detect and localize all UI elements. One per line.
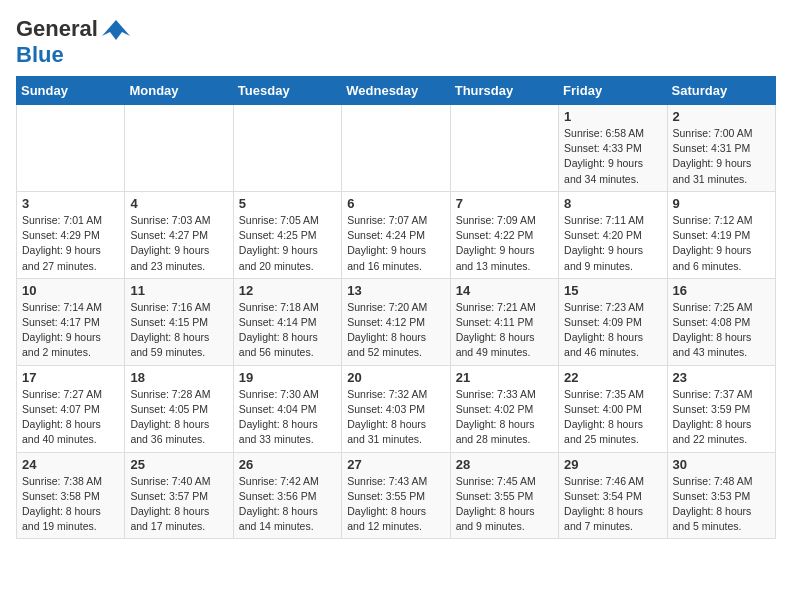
day-info: Sunrise: 7:00 AMSunset: 4:31 PMDaylight:… xyxy=(673,126,770,187)
day-info: Sunrise: 7:45 AMSunset: 3:55 PMDaylight:… xyxy=(456,474,553,535)
calendar-cell: 27Sunrise: 7:43 AMSunset: 3:55 PMDayligh… xyxy=(342,452,450,539)
day-number: 17 xyxy=(22,370,119,385)
calendar-cell: 23Sunrise: 7:37 AMSunset: 3:59 PMDayligh… xyxy=(667,365,775,452)
day-info: Sunrise: 7:25 AMSunset: 4:08 PMDaylight:… xyxy=(673,300,770,361)
calendar-cell: 13Sunrise: 7:20 AMSunset: 4:12 PMDayligh… xyxy=(342,278,450,365)
day-info: Sunrise: 7:40 AMSunset: 3:57 PMDaylight:… xyxy=(130,474,227,535)
day-info: Sunrise: 7:03 AMSunset: 4:27 PMDaylight:… xyxy=(130,213,227,274)
day-info: Sunrise: 7:37 AMSunset: 3:59 PMDaylight:… xyxy=(673,387,770,448)
day-number: 20 xyxy=(347,370,444,385)
day-number: 14 xyxy=(456,283,553,298)
day-number: 22 xyxy=(564,370,661,385)
calendar-cell: 5Sunrise: 7:05 AMSunset: 4:25 PMDaylight… xyxy=(233,191,341,278)
calendar-week-row: 10Sunrise: 7:14 AMSunset: 4:17 PMDayligh… xyxy=(17,278,776,365)
day-info: Sunrise: 7:30 AMSunset: 4:04 PMDaylight:… xyxy=(239,387,336,448)
calendar-cell: 12Sunrise: 7:18 AMSunset: 4:14 PMDayligh… xyxy=(233,278,341,365)
day-info: Sunrise: 7:38 AMSunset: 3:58 PMDaylight:… xyxy=(22,474,119,535)
calendar-cell xyxy=(450,105,558,192)
calendar-cell: 26Sunrise: 7:42 AMSunset: 3:56 PMDayligh… xyxy=(233,452,341,539)
day-number: 1 xyxy=(564,109,661,124)
day-number: 3 xyxy=(22,196,119,211)
calendar-cell: 28Sunrise: 7:45 AMSunset: 3:55 PMDayligh… xyxy=(450,452,558,539)
day-number: 27 xyxy=(347,457,444,472)
day-info: Sunrise: 7:27 AMSunset: 4:07 PMDaylight:… xyxy=(22,387,119,448)
calendar-cell: 17Sunrise: 7:27 AMSunset: 4:07 PMDayligh… xyxy=(17,365,125,452)
calendar-cell: 29Sunrise: 7:46 AMSunset: 3:54 PMDayligh… xyxy=(559,452,667,539)
svg-marker-0 xyxy=(102,20,130,40)
day-info: Sunrise: 6:58 AMSunset: 4:33 PMDaylight:… xyxy=(564,126,661,187)
day-number: 8 xyxy=(564,196,661,211)
calendar-cell: 30Sunrise: 7:48 AMSunset: 3:53 PMDayligh… xyxy=(667,452,775,539)
calendar-cell: 4Sunrise: 7:03 AMSunset: 4:27 PMDaylight… xyxy=(125,191,233,278)
day-number: 25 xyxy=(130,457,227,472)
day-info: Sunrise: 7:01 AMSunset: 4:29 PMDaylight:… xyxy=(22,213,119,274)
day-number: 4 xyxy=(130,196,227,211)
day-info: Sunrise: 7:16 AMSunset: 4:15 PMDaylight:… xyxy=(130,300,227,361)
calendar-cell: 9Sunrise: 7:12 AMSunset: 4:19 PMDaylight… xyxy=(667,191,775,278)
calendar-cell: 24Sunrise: 7:38 AMSunset: 3:58 PMDayligh… xyxy=(17,452,125,539)
day-info: Sunrise: 7:11 AMSunset: 4:20 PMDaylight:… xyxy=(564,213,661,274)
calendar-cell: 11Sunrise: 7:16 AMSunset: 4:15 PMDayligh… xyxy=(125,278,233,365)
calendar-cell: 16Sunrise: 7:25 AMSunset: 4:08 PMDayligh… xyxy=(667,278,775,365)
day-info: Sunrise: 7:09 AMSunset: 4:22 PMDaylight:… xyxy=(456,213,553,274)
calendar-cell: 7Sunrise: 7:09 AMSunset: 4:22 PMDaylight… xyxy=(450,191,558,278)
calendar-header-row: SundayMondayTuesdayWednesdayThursdayFrid… xyxy=(17,77,776,105)
calendar-cell: 3Sunrise: 7:01 AMSunset: 4:29 PMDaylight… xyxy=(17,191,125,278)
col-header-tuesday: Tuesday xyxy=(233,77,341,105)
day-info: Sunrise: 7:32 AMSunset: 4:03 PMDaylight:… xyxy=(347,387,444,448)
calendar-cell: 6Sunrise: 7:07 AMSunset: 4:24 PMDaylight… xyxy=(342,191,450,278)
day-info: Sunrise: 7:23 AMSunset: 4:09 PMDaylight:… xyxy=(564,300,661,361)
day-number: 16 xyxy=(673,283,770,298)
logo-blue-text: Blue xyxy=(16,42,64,67)
calendar-week-row: 3Sunrise: 7:01 AMSunset: 4:29 PMDaylight… xyxy=(17,191,776,278)
calendar-cell: 21Sunrise: 7:33 AMSunset: 4:02 PMDayligh… xyxy=(450,365,558,452)
day-info: Sunrise: 7:20 AMSunset: 4:12 PMDaylight:… xyxy=(347,300,444,361)
logo: General Blue xyxy=(16,16,130,68)
day-number: 6 xyxy=(347,196,444,211)
day-number: 12 xyxy=(239,283,336,298)
day-info: Sunrise: 7:07 AMSunset: 4:24 PMDaylight:… xyxy=(347,213,444,274)
day-info: Sunrise: 7:12 AMSunset: 4:19 PMDaylight:… xyxy=(673,213,770,274)
day-info: Sunrise: 7:05 AMSunset: 4:25 PMDaylight:… xyxy=(239,213,336,274)
calendar-cell: 2Sunrise: 7:00 AMSunset: 4:31 PMDaylight… xyxy=(667,105,775,192)
calendar-cell: 25Sunrise: 7:40 AMSunset: 3:57 PMDayligh… xyxy=(125,452,233,539)
day-number: 10 xyxy=(22,283,119,298)
day-number: 7 xyxy=(456,196,553,211)
day-number: 24 xyxy=(22,457,119,472)
day-number: 26 xyxy=(239,457,336,472)
day-info: Sunrise: 7:28 AMSunset: 4:05 PMDaylight:… xyxy=(130,387,227,448)
day-number: 15 xyxy=(564,283,661,298)
calendar-table: SundayMondayTuesdayWednesdayThursdayFrid… xyxy=(16,76,776,539)
day-info: Sunrise: 7:46 AMSunset: 3:54 PMDaylight:… xyxy=(564,474,661,535)
calendar-week-row: 24Sunrise: 7:38 AMSunset: 3:58 PMDayligh… xyxy=(17,452,776,539)
logo-bird-icon xyxy=(102,18,130,40)
day-info: Sunrise: 7:21 AMSunset: 4:11 PMDaylight:… xyxy=(456,300,553,361)
day-number: 29 xyxy=(564,457,661,472)
day-info: Sunrise: 7:48 AMSunset: 3:53 PMDaylight:… xyxy=(673,474,770,535)
calendar-cell: 20Sunrise: 7:32 AMSunset: 4:03 PMDayligh… xyxy=(342,365,450,452)
col-header-saturday: Saturday xyxy=(667,77,775,105)
day-info: Sunrise: 7:42 AMSunset: 3:56 PMDaylight:… xyxy=(239,474,336,535)
calendar-cell xyxy=(233,105,341,192)
day-number: 13 xyxy=(347,283,444,298)
day-number: 9 xyxy=(673,196,770,211)
day-number: 18 xyxy=(130,370,227,385)
day-number: 21 xyxy=(456,370,553,385)
day-info: Sunrise: 7:14 AMSunset: 4:17 PMDaylight:… xyxy=(22,300,119,361)
calendar-cell: 1Sunrise: 6:58 AMSunset: 4:33 PMDaylight… xyxy=(559,105,667,192)
col-header-sunday: Sunday xyxy=(17,77,125,105)
day-number: 30 xyxy=(673,457,770,472)
day-info: Sunrise: 7:18 AMSunset: 4:14 PMDaylight:… xyxy=(239,300,336,361)
calendar-cell xyxy=(125,105,233,192)
col-header-thursday: Thursday xyxy=(450,77,558,105)
calendar-cell xyxy=(342,105,450,192)
day-info: Sunrise: 7:35 AMSunset: 4:00 PMDaylight:… xyxy=(564,387,661,448)
col-header-friday: Friday xyxy=(559,77,667,105)
day-number: 23 xyxy=(673,370,770,385)
day-number: 2 xyxy=(673,109,770,124)
calendar-cell: 14Sunrise: 7:21 AMSunset: 4:11 PMDayligh… xyxy=(450,278,558,365)
logo-general-text: General xyxy=(16,16,98,42)
calendar-cell: 8Sunrise: 7:11 AMSunset: 4:20 PMDaylight… xyxy=(559,191,667,278)
calendar-cell: 15Sunrise: 7:23 AMSunset: 4:09 PMDayligh… xyxy=(559,278,667,365)
day-number: 11 xyxy=(130,283,227,298)
